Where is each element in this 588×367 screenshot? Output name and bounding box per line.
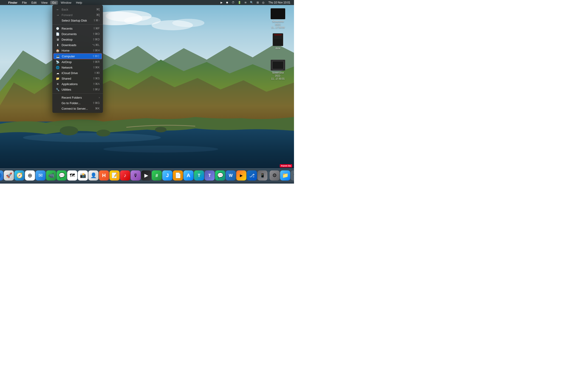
server-shortcut: ⌘K — [95, 107, 100, 110]
dock-divider — [268, 171, 269, 180]
dock-safari[interactable]: 🧭 — [15, 170, 25, 181]
done-thumbnail — [273, 33, 283, 46]
downloads-shortcut: ⌥⌘L — [92, 43, 100, 47]
go-home[interactable]: 🏠 Home ⇧⌘H — [52, 48, 103, 53]
dock-trash[interactable]: 🗑 — [291, 170, 294, 181]
play-icon[interactable]: ▶ — [220, 1, 224, 4]
dock-messages[interactable]: 💬 — [57, 170, 67, 181]
jamf-icon: J — [166, 173, 169, 178]
dock-simulator[interactable]: 📱 — [258, 170, 268, 181]
search-icon[interactable]: 🔍 — [249, 1, 254, 4]
dock-teams[interactable]: T — [205, 170, 215, 181]
go-recents[interactable]: 🕐 Recents ⇧⌘F — [52, 26, 103, 31]
dock-playgrounds[interactable]: ► — [236, 170, 246, 181]
dock-pages[interactable]: 📄 — [173, 170, 183, 181]
back-shortcut: ⌘[ — [96, 8, 100, 11]
safari-icon: 🧭 — [16, 173, 23, 178]
dock-systemprefs[interactable]: ⚙ — [270, 170, 280, 181]
desktop-icon-screenshot1[interactable]: Screenshot2022-11...17.50.09 — [269, 8, 287, 29]
go-menu-nav-section: ← Back ⌘[ → Forward ⌘] Select Startup Di… — [52, 6, 103, 24]
dock-finder[interactable]: 🔵 — [0, 170, 3, 181]
contacts-icon: 👤 — [90, 173, 96, 178]
go-to-folder[interactable]: Go to Folder... ⇧⌘G — [52, 100, 103, 106]
file-menu[interactable]: File — [20, 1, 29, 5]
go-airdrop[interactable]: 📡 AirDrop ⇧⌘R — [52, 59, 103, 65]
dock: 🔵 🚀 🧭 ⊕ ✉ 📹 💬 🗺 📸 👤 H 📝 ♪ — [0, 168, 294, 183]
recents-icon: 🕐 — [56, 26, 60, 31]
menubar-right: ▶ ⏺ ⏱ 🔋 ≋ 🔍 ⊞ ◎ Thu 10 Nov 10:01 — [220, 1, 292, 4]
screenrecord-icon[interactable]: ⏺ — [225, 1, 229, 4]
dock-sourcetree[interactable]: ⎇ — [247, 170, 257, 181]
go-documents[interactable]: 📄 Documents ⇧⌘O — [52, 31, 103, 37]
window-menu[interactable]: Window — [59, 1, 73, 5]
dock-folder[interactable]: 📁 — [280, 170, 290, 181]
dock-testflight[interactable]: T — [194, 170, 204, 181]
notes-icon: 📝 — [111, 173, 118, 178]
go-startup-disk[interactable]: Select Startup Disk ⇧⌘↑ — [52, 18, 103, 23]
dock-appletv[interactable]: ▶ — [141, 170, 151, 181]
sourcetree-icon: ⎇ — [249, 173, 254, 178]
go-back[interactable]: ← Back ⌘[ — [52, 7, 103, 12]
screenshot2-label: Screenshot2022-11...17.50.01 — [269, 71, 287, 80]
timer-icon[interactable]: ⏱ — [231, 1, 235, 4]
go-recent-folders[interactable]: Recent Folders › — [52, 95, 103, 100]
go-forward[interactable]: → Forward ⌘] — [52, 12, 103, 18]
controlcenter-icon[interactable]: ⊞ — [256, 1, 260, 4]
downloads-icon: ⬇ — [56, 43, 60, 47]
dock-word[interactable]: W — [226, 170, 236, 181]
go-utilities[interactable]: 🔧 Utilities ⇧⌘U — [52, 87, 103, 92]
dock-chrome[interactable]: ⊕ — [25, 170, 35, 181]
finder-menu[interactable]: Finder — [6, 1, 19, 5]
launchpad-icon: 🚀 — [6, 173, 12, 178]
go-shared[interactable]: 📁 Shared ⇧⌘S — [52, 76, 103, 81]
go-icloud[interactable]: ☁ iCloud Drive ⇧⌘I — [52, 70, 103, 76]
dock-whatsapp[interactable]: 💬 — [215, 170, 225, 181]
dock-mail[interactable]: ✉ — [36, 170, 46, 181]
go-applications[interactable]: ✳ Applications ⇧⌘A — [52, 81, 103, 87]
desktop-icon: 🖥 — [56, 37, 60, 42]
network-icon: 🌐 — [56, 65, 60, 69]
startup-icon — [56, 18, 60, 23]
connect-to-server[interactable]: Connect to Server... ⌘K — [52, 106, 103, 111]
edit-menu[interactable]: Edit — [30, 1, 38, 5]
simulator-icon: 📱 — [260, 173, 265, 178]
goto-shortcut: ⇧⌘G — [93, 101, 100, 105]
view-menu[interactable]: View — [39, 1, 49, 5]
shared-icon: 📁 — [56, 76, 60, 81]
icloud-icon: ☁ — [56, 71, 60, 75]
divider-2 — [52, 93, 103, 94]
help-menu[interactable]: Help — [74, 1, 84, 5]
svg-point-10 — [23, 133, 161, 142]
go-network[interactable]: 🌐 Network ⇧⌘K — [52, 65, 103, 70]
dock-photos[interactable]: 📸 — [78, 170, 88, 181]
datetime[interactable]: Thu 10 Nov 10:01 — [267, 1, 292, 4]
battery-icon[interactable]: 🔋 — [237, 1, 242, 4]
dock-podcasts[interactable]: 🎙 — [131, 170, 141, 181]
playgrounds-icon: ► — [239, 173, 244, 178]
dock-howl[interactable]: H — [99, 170, 109, 181]
siri-icon[interactable]: ◎ — [261, 1, 265, 4]
dock-music[interactable]: ♪ — [120, 170, 130, 181]
dock-facetime[interactable]: 📹 — [46, 170, 56, 181]
go-downloads[interactable]: ⬇ Downloads ⌥⌘L — [52, 42, 103, 48]
systemprefs-icon: ⚙ — [272, 173, 277, 178]
svg-point-14 — [155, 127, 166, 132]
desktop-icon-screenshot2[interactable]: Screenshot2022-11...17.50.01 — [269, 60, 287, 80]
wifi-icon[interactable]: ≋ — [243, 1, 248, 4]
apple-menu[interactable] — [2, 2, 6, 3]
dock-maps[interactable]: 🗺 — [67, 170, 78, 181]
dock-launchpad[interactable]: 🚀 — [4, 170, 14, 181]
whatsapp-icon: 💬 — [217, 173, 223, 178]
go-menu-trigger[interactable]: Go — [50, 1, 58, 5]
go-desktop[interactable]: 🖥 Desktop ⇧⌘D — [52, 37, 103, 42]
recents-shortcut: ⇧⌘F — [93, 27, 100, 30]
desktop-icon-done[interactable]: done — [269, 33, 287, 50]
dock-contacts[interactable]: 👤 — [88, 170, 99, 181]
svg-point-12 — [60, 126, 78, 135]
dock-numbers[interactable]: # — [152, 170, 162, 181]
dock-notes[interactable]: 📝 — [110, 170, 120, 181]
forward-shortcut: ⌘] — [96, 13, 100, 17]
dock-jamf[interactable]: J — [162, 170, 173, 181]
go-computer[interactable]: 💻 Computer ⇧⌘C — [53, 53, 102, 59]
dock-appstore[interactable]: A — [183, 170, 194, 181]
